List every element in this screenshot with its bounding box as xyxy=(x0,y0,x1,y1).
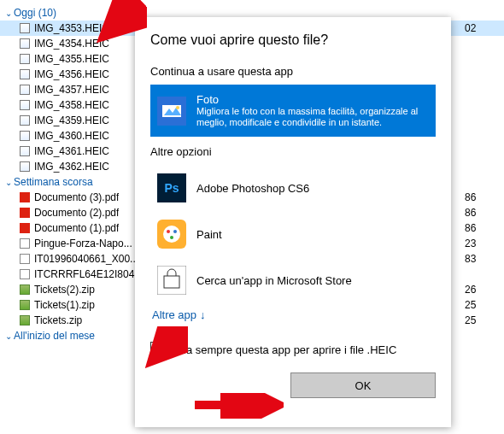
file-name: Documento (2).pdf xyxy=(34,207,119,219)
svg-point-7 xyxy=(163,226,180,243)
file-name: IMG_4354.HEIC xyxy=(34,38,109,50)
file-icon xyxy=(19,54,31,64)
file-icon xyxy=(19,284,31,295)
store-icon xyxy=(157,266,186,295)
file-name: IMG_4358.HEIC xyxy=(34,99,109,111)
file-name: Tickets.zip xyxy=(34,314,82,326)
file-name: IMG_4356.HEIC xyxy=(34,68,109,80)
group-label: Oggi (10) xyxy=(14,7,56,19)
file-name: IMG_4362.HEIC xyxy=(34,161,109,173)
file-icon xyxy=(19,69,31,79)
app-option-foto[interactable]: Foto Migliora le foto con la massima fac… xyxy=(150,85,436,137)
app-name: Cerca un'app in Microsoft Store xyxy=(196,274,352,287)
file-icon xyxy=(19,315,31,326)
ok-button[interactable]: OK xyxy=(290,372,436,398)
file-icon xyxy=(19,161,31,172)
chevron-down-icon: ↓ xyxy=(200,308,206,321)
group-label: Settimana scorsa xyxy=(14,176,93,188)
file-icon xyxy=(19,100,31,110)
file-icon xyxy=(19,131,31,141)
file-icon xyxy=(19,38,31,49)
file-meta: 86 xyxy=(465,222,499,234)
app-option[interactable]: PsAdobe Photoshop CS6 xyxy=(150,165,436,211)
ps-icon: Ps xyxy=(157,173,186,202)
file-icon xyxy=(19,254,31,264)
app-desc: Migliora le foto con la massima facilità… xyxy=(196,106,419,128)
file-icon xyxy=(19,192,31,202)
file-meta: 25 xyxy=(465,299,499,311)
file-name: IMG_4359.HEIC xyxy=(34,114,109,126)
file-meta: 86 xyxy=(465,191,499,203)
app-name: Adobe Photoshop CS6 xyxy=(196,182,309,195)
file-name: Tickets(1).zip xyxy=(34,299,95,311)
group-label: All'inizio del mese xyxy=(14,330,95,342)
chevron-down-icon: ⌄ xyxy=(3,178,14,187)
file-name: Documento (1).pdf xyxy=(34,222,119,234)
file-icon xyxy=(19,300,31,310)
other-options-label: Altre opzioni xyxy=(150,145,436,158)
file-name: Tickets(2).zip xyxy=(34,284,95,296)
file-name: Documento (3).pdf xyxy=(34,191,119,203)
file-icon xyxy=(19,115,31,126)
foto-icon xyxy=(157,97,186,126)
file-name: IMG_4353.HEIC xyxy=(34,22,109,34)
file-meta: 23 xyxy=(465,238,499,249)
file-icon xyxy=(19,238,31,249)
file-meta: 86 xyxy=(465,207,499,219)
app-option[interactable]: Cerca un'app in Microsoft Store xyxy=(150,257,436,303)
svg-point-10 xyxy=(170,236,173,239)
file-icon xyxy=(19,85,31,95)
file-name: IMG_4361.HEIC xyxy=(34,145,109,157)
file-icon xyxy=(19,208,31,218)
file-name: ITCRRRFL64E12I804... xyxy=(34,268,143,280)
file-name: IMG_4360.HEIC xyxy=(34,130,109,142)
always-use-label: Usa sempre questa app per aprire i file … xyxy=(173,343,396,356)
svg-text:Ps: Ps xyxy=(164,181,179,195)
app-name: Foto xyxy=(196,93,419,106)
chevron-down-icon: ⌄ xyxy=(3,331,14,341)
chevron-down-icon: ⌄ xyxy=(3,9,14,18)
file-icon xyxy=(19,269,31,279)
svg-point-3 xyxy=(176,106,179,109)
file-meta: 02 xyxy=(465,22,499,34)
file-icon xyxy=(19,146,31,156)
svg-point-8 xyxy=(167,230,170,233)
app-name: Paint xyxy=(196,228,222,241)
always-use-checkbox[interactable] xyxy=(150,342,166,357)
dialog-title: Come vuoi aprire questo file? xyxy=(150,32,436,48)
file-icon xyxy=(19,23,31,33)
more-apps-label: Altre app xyxy=(152,308,196,321)
app-option[interactable]: Paint xyxy=(150,211,436,257)
file-meta: 25 xyxy=(465,314,499,326)
file-meta: 83 xyxy=(465,253,499,265)
file-icon xyxy=(19,223,31,233)
file-meta: 26 xyxy=(465,284,499,296)
svg-point-9 xyxy=(173,230,177,233)
file-name: Pingue-Forza-Napo... xyxy=(34,238,132,249)
svg-rect-11 xyxy=(157,266,186,295)
file-name: IT01996040661_X00... xyxy=(34,253,138,265)
paint-icon xyxy=(157,220,186,249)
continue-using-label: Continua a usare questa app xyxy=(150,65,436,78)
more-apps-link[interactable]: Altre app ↓ xyxy=(150,303,436,326)
open-with-dialog: Come vuoi aprire questo file? Continua a… xyxy=(135,17,451,427)
file-name: IMG_4357.HEIC xyxy=(34,84,109,96)
file-name: IMG_4355.HEIC xyxy=(34,53,109,65)
